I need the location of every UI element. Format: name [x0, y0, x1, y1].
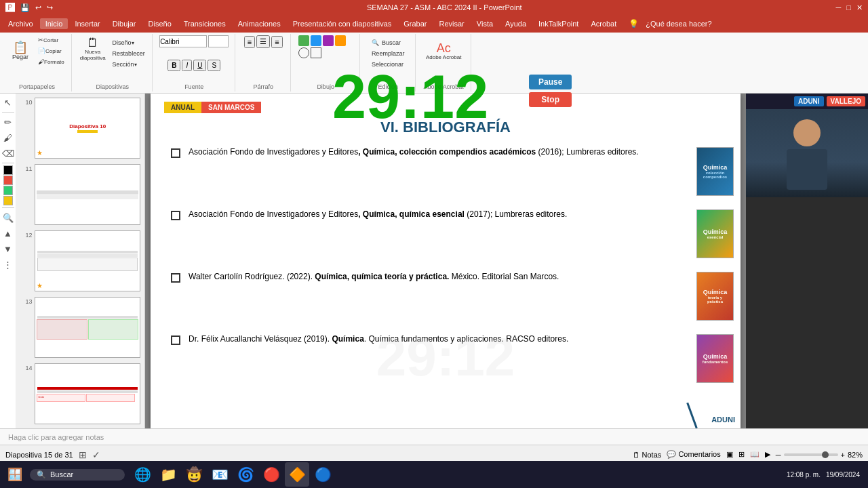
cut-button[interactable]: ✂ Cortar — [35, 35, 67, 45]
bold-button[interactable]: B — [167, 60, 180, 71]
menu-archivo[interactable]: Archivo — [3, 18, 39, 29]
format-painter-button[interactable]: 🖌 Formato — [35, 57, 67, 66]
vtool-cursor[interactable]: ↖ — [1, 95, 16, 110]
strikethrough-button[interactable]: S — [208, 60, 220, 71]
font-size-input[interactable] — [208, 35, 229, 47]
vtool-nav-up[interactable]: ▲ — [1, 226, 16, 241]
seleccionar-button[interactable]: Seleccionar — [369, 60, 408, 69]
color-yellow[interactable] — [3, 196, 13, 205]
vtool-pen[interactable]: ✏ — [1, 115, 16, 129]
slide-thumb-10[interactable]: 10 Diapositiva 10 ★ — [19, 96, 142, 160]
paste-button[interactable]: 📋 Pegar — [7, 40, 34, 62]
taskbar-files[interactable]: 📁 — [156, 462, 180, 487]
taskbar-mail[interactable]: 📧 — [208, 462, 232, 487]
slide-preview-14[interactable]: texto — [35, 363, 140, 424]
restablecer-button[interactable]: Restablecer — [110, 49, 148, 58]
menu-insertar[interactable]: Insertar — [69, 18, 105, 29]
accessibility-icon[interactable]: ✓ — [92, 449, 100, 460]
slide-preview-13[interactable] — [35, 297, 140, 358]
slideshow-icon[interactable]: ▶ — [765, 450, 770, 459]
badge-anual: ANUAL — [164, 102, 201, 113]
menu-diseno[interactable]: Diseño — [143, 18, 177, 29]
maximize-btn[interactable]: □ — [846, 3, 851, 12]
menu-ayuda[interactable]: Ayuda — [500, 18, 532, 29]
zoom-out-button[interactable]: ─ — [776, 451, 781, 459]
menu-acrobat[interactable]: Acrobat — [585, 18, 622, 29]
menu-dibujar[interactable]: Dibujar — [107, 18, 142, 29]
shape-rect-green[interactable] — [298, 35, 309, 46]
menu-revisar[interactable]: Revisar — [434, 18, 470, 29]
taskbar-edge[interactable]: 🌐 — [130, 462, 155, 487]
slide-canvas[interactable]: 29:12 ANUAL SAN MARCOS VI. BIBLIOGRAFÍA … — [151, 94, 741, 428]
reemplazar-button[interactable]: Reemplazar — [369, 49, 408, 58]
taskbar-app1[interactable]: 🤠 — [182, 462, 206, 487]
align-left-button[interactable]: ≡ — [244, 36, 255, 48]
vtool-zoom-in[interactable]: 🔍 — [1, 210, 16, 225]
start-button[interactable]: 🪟 — [3, 462, 27, 487]
zoom-in-button[interactable]: + — [841, 451, 845, 459]
quick-access-redo[interactable]: ↪ — [47, 3, 53, 12]
pause-button[interactable]: Pause — [529, 75, 572, 89]
italic-button[interactable]: I — [182, 60, 192, 71]
menu-presentacion[interactable]: Presentación con diapositivas — [288, 18, 397, 29]
slide-thumb-13[interactable]: 13 — [19, 296, 142, 359]
shape-rect-purple[interactable] — [323, 35, 334, 46]
taskbar-search[interactable]: 🔍 Buscar — [30, 469, 125, 481]
view-normal-icon[interactable]: ▣ — [726, 450, 733, 459]
menu-animaciones[interactable]: Animaciones — [233, 18, 286, 29]
notes-bar[interactable]: Haga clic para agregar notas — [0, 428, 868, 445]
slide-preview-10[interactable]: Diapositiva 10 ★ — [35, 98, 140, 159]
color-red[interactable] — [3, 176, 13, 185]
nueva-diapositiva-button[interactable]: 🗒 Nueva diapositiva — [77, 35, 108, 62]
shape-square[interactable] — [311, 47, 321, 58]
notes-button[interactable]: 🗒 Notas — [633, 451, 662, 459]
taskbar-powerpoint[interactable]: 🔶 — [285, 462, 309, 487]
ribbon-group-dibujo: Dibujo — [292, 34, 360, 92]
slide-thumb-12[interactable]: 12 ★ — [19, 229, 142, 293]
format-painter-icon: 🖌 — [38, 58, 44, 65]
shape-rect-blue[interactable] — [311, 35, 321, 46]
color-green[interactable] — [3, 186, 13, 195]
menu-inicio[interactable]: Inicio — [40, 18, 68, 29]
menu-vista[interactable]: Vista — [471, 18, 498, 29]
stop-button[interactable]: Stop — [529, 92, 572, 107]
slide-preview-11[interactable] — [35, 164, 140, 225]
minimize-btn[interactable]: ─ — [836, 3, 842, 12]
buscar-button[interactable]: 🔍 Buscar — [369, 38, 408, 47]
copy-button[interactable]: 📄 Copiar — [35, 46, 67, 56]
color-black[interactable] — [3, 165, 13, 175]
vtool-menu[interactable]: ⋮ — [1, 257, 16, 272]
menu-que-desea[interactable]: ¿Qué desea hacer? — [640, 18, 717, 29]
slide-preview-12[interactable]: ★ — [35, 230, 140, 291]
seccion-button[interactable]: Sección ▾ — [110, 60, 148, 69]
shape-circle[interactable] — [298, 47, 309, 58]
view-slide-sorter-icon[interactable]: ⊞ — [738, 450, 745, 459]
menu-transiciones[interactable]: Transiciones — [178, 18, 231, 29]
seccion-dropdown-icon[interactable]: ▾ — [134, 62, 137, 68]
taskbar-chrome[interactable]: 🔴 — [259, 462, 283, 487]
quick-access-undo[interactable]: ↩ — [35, 3, 41, 12]
vtool-nav-down[interactable]: ▼ — [1, 241, 16, 256]
align-right-button[interactable]: ≡ — [271, 36, 282, 48]
taskbar-app2[interactable]: 🌀 — [233, 462, 258, 487]
diseno-dropdown-icon[interactable]: ▾ — [132, 40, 134, 46]
zoom-slider[interactable] — [784, 453, 838, 456]
align-center-button[interactable]: ☰ — [256, 35, 270, 48]
font-family-input[interactable] — [159, 35, 207, 47]
shape-rect-orange[interactable] — [335, 35, 346, 46]
underline-button[interactable]: U — [193, 60, 206, 71]
diseno-button[interactable]: Diseño ▾ — [110, 38, 148, 47]
slide-thumb-11[interactable]: 11 — [19, 163, 142, 226]
slide-layout-icon[interactable]: ⊞ — [79, 449, 87, 460]
vtool-brush[interactable]: 🖌 — [1, 130, 16, 145]
comments-button[interactable]: 💬 Comentarios — [667, 450, 720, 459]
slide-thumb-14[interactable]: 14 texto — [19, 362, 142, 426]
menu-grabar[interactable]: Grabar — [398, 18, 432, 29]
quick-access-save[interactable]: 💾 — [20, 3, 30, 12]
view-reading-icon[interactable]: 📖 — [750, 450, 760, 459]
close-btn[interactable]: ✕ — [856, 3, 863, 12]
taskbar-teams[interactable]: 🔵 — [311, 462, 335, 487]
vtool-eraser[interactable]: ⌫ — [1, 146, 16, 161]
menu-inktalkpoint[interactable]: InkTalkPoint — [533, 18, 584, 29]
adobe-acrobat-button[interactable]: Ac Adobe Acrobat — [423, 41, 464, 62]
